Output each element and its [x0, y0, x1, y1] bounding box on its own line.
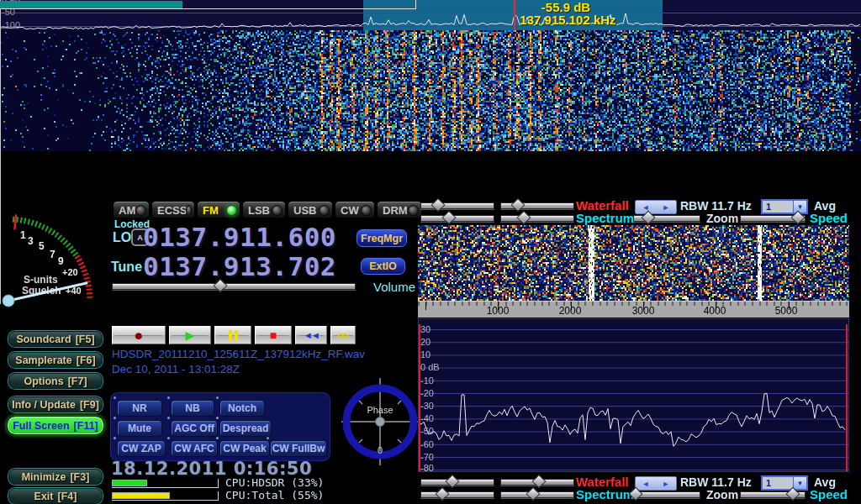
- cw-peak-button[interactable]: CW Peak: [219, 440, 270, 457]
- info-update-button[interactable]: Info / Update[F9]: [7, 395, 104, 414]
- cw-afc-button[interactable]: CW AFC: [171, 440, 218, 457]
- mode-button-am[interactable]: AM: [113, 201, 150, 219]
- pause-icon: [229, 330, 238, 341]
- s-meter-scale-label: 1: [20, 229, 26, 241]
- mode-button-usb[interactable]: USB: [288, 201, 333, 219]
- play-button[interactable]: ▶: [169, 326, 211, 344]
- window-edge: [0, 0, 1, 304]
- audio-waterfall[interactable]: [418, 225, 849, 301]
- mode-label: CW: [341, 204, 359, 217]
- recording-filename: HDSDR_20111210_125611Z_137912kHz_RF.wav: [112, 348, 365, 360]
- audio-freq-label: 1000: [477, 305, 519, 317]
- spectrum-label[interactable]: Spectrum: [576, 487, 634, 501]
- cpu-total-readout: CPU:Total (55%): [225, 489, 324, 501]
- cpu-bar-total-fill: [112, 492, 170, 499]
- rewind-button[interactable]: ◄◄: [295, 326, 327, 344]
- volume-slider[interactable]: [112, 281, 356, 291]
- chevron-down-icon[interactable]: ▾: [793, 477, 806, 489]
- spectrum-offset-slider[interactable]: [420, 213, 494, 223]
- phase-indicator[interactable]: Phase 0: [340, 378, 420, 465]
- rbw-readout: RBW 11.7 Hz: [680, 199, 752, 213]
- waterfall-contrast-slider[interactable]: [500, 476, 574, 486]
- spin-right-icon[interactable]: ►: [663, 480, 670, 488]
- nb-button[interactable]: NB: [171, 400, 214, 417]
- mode-button-row: AM ECSS FM LSB USB CW DRM: [113, 201, 422, 219]
- record-button[interactable]: ●: [112, 326, 166, 344]
- mode-button-ecss[interactable]: ECSS: [151, 201, 195, 219]
- slider-track: [112, 283, 356, 290]
- zoom-slider[interactable]: [633, 489, 700, 499]
- mode-button-fm[interactable]: FM: [197, 201, 240, 219]
- loop-button[interactable]: ∞: [330, 326, 356, 344]
- speed-slider[interactable]: [740, 213, 806, 223]
- avg-dropdown-value: 1: [763, 201, 793, 213]
- mode-led-icon: [409, 206, 418, 215]
- options-button[interactable]: Options[F7]: [7, 371, 104, 391]
- stop-button[interactable]: ■: [255, 326, 292, 344]
- mode-button-drm[interactable]: DRM: [377, 201, 422, 219]
- audio-db-label: -80: [420, 463, 434, 473]
- waterfall-brightness-slider[interactable]: [420, 476, 494, 486]
- waterfall-brightness-slider[interactable]: [420, 200, 494, 210]
- minimize-button[interactable]: Minimize[F3]: [7, 467, 104, 486]
- audio-spectrum-panel[interactable]: [418, 318, 849, 472]
- spectrum-range-slider[interactable]: [500, 213, 574, 223]
- spin-right-icon[interactable]: ►: [663, 203, 670, 212]
- audio-db-label: 30: [420, 324, 430, 334]
- spectrum-label[interactable]: Spectrum: [576, 211, 634, 225]
- mode-button-lsb[interactable]: LSB: [242, 201, 286, 219]
- mode-led-icon: [362, 206, 371, 215]
- slider-thumb[interactable]: [213, 279, 227, 293]
- agc-button[interactable]: AGC Off: [171, 420, 218, 437]
- menu-label: Exit: [34, 491, 54, 502]
- smeter-bar-track: [0, 0, 416, 9]
- waterfall-contrast-slider[interactable]: [500, 200, 574, 210]
- mode-led-icon: [187, 206, 191, 215]
- avg-dropdown-value: 1: [763, 477, 793, 489]
- pause-button[interactable]: [214, 326, 251, 344]
- s-meter-signal-needle: [14, 214, 16, 229]
- recorder-controls: ● ▶ ■ ◄◄ ∞: [112, 326, 356, 344]
- mode-label: ECSS: [157, 204, 187, 217]
- zoom-slider[interactable]: [633, 213, 700, 223]
- despread-button[interactable]: Despread: [219, 420, 272, 437]
- phase-center-dot: [376, 417, 385, 427]
- audio-frequency-ruler[interactable]: 1000 2000 3000 4000 5000: [418, 301, 849, 318]
- cw-fullbw-button[interactable]: CW FullBw: [270, 440, 327, 457]
- tune-frequency-display[interactable]: 0137.913.702: [143, 251, 336, 281]
- fullscreen-button[interactable]: Full Screen[F11]: [7, 416, 104, 435]
- mute-button[interactable]: Mute: [117, 420, 162, 437]
- dsp-panel: NR NB Notch Mute AGC Off Despread CW ZAP…: [110, 392, 330, 461]
- cw-zap-button[interactable]: CW ZAP: [117, 440, 166, 457]
- speed-label: Speed: [810, 487, 848, 501]
- audio-db-label: -60: [420, 439, 434, 449]
- spectrum-offset-slider[interactable]: [420, 489, 494, 499]
- mode-led-icon: [136, 206, 145, 215]
- chevron-down-icon[interactable]: ▾: [793, 201, 806, 213]
- freqmgr-button[interactable]: FreqMgr: [357, 229, 407, 247]
- mode-button-cw[interactable]: CW: [335, 201, 375, 219]
- audio-db-label: -40: [420, 413, 434, 423]
- mode-led-icon: [320, 206, 329, 215]
- lo-frequency-display[interactable]: 0137.911.600: [143, 222, 336, 252]
- nr-button[interactable]: NR: [117, 400, 162, 417]
- notch-button[interactable]: Notch: [219, 400, 265, 417]
- lo-label: LO: [113, 230, 131, 245]
- spin-left-icon[interactable]: ◄: [642, 480, 650, 488]
- soundcard-button[interactable]: Soundcard[F5]: [7, 329, 104, 349]
- s-meter-scale-label: 3: [28, 235, 34, 247]
- exit-button[interactable]: Exit[F4]: [7, 486, 104, 504]
- samplerate-button[interactable]: Samplerate[F6]: [7, 350, 104, 370]
- s-meter-scale-label: 7: [50, 249, 55, 260]
- extio-button[interactable]: ExtIO: [361, 258, 405, 275]
- audio-db-label: -30: [420, 401, 434, 411]
- audio-db-label: -50: [420, 426, 434, 436]
- speed-slider[interactable]: [740, 489, 806, 499]
- menu-fkey: [F5]: [76, 333, 95, 345]
- squelch-needle-pivot[interactable]: [3, 295, 14, 307]
- audio-spectrum[interactable]: [419, 319, 848, 471]
- zoom-label: Zoom: [706, 212, 738, 225]
- menu-label: Soundcard: [16, 333, 71, 345]
- menu-fkey: [F9]: [80, 399, 99, 411]
- spectrum-range-slider[interactable]: [500, 489, 574, 499]
